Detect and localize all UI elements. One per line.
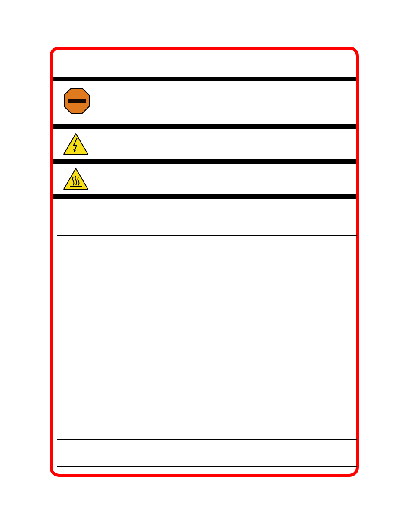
svg-marker-2 [64, 134, 88, 154]
content-panel-small [57, 439, 357, 467]
svg-rect-1 [68, 99, 86, 103]
divider-bar-1 [53, 77, 356, 81]
divider-bar-4 [53, 194, 356, 199]
divider-bar-2 [53, 124, 356, 129]
hot-surface-triangle-icon [63, 168, 89, 190]
content-panel-large [57, 235, 357, 434]
warning-octagon-icon [63, 87, 90, 114]
divider-bar-3 [53, 159, 356, 164]
page [0, 0, 411, 532]
shock-triangle-icon [63, 133, 89, 155]
